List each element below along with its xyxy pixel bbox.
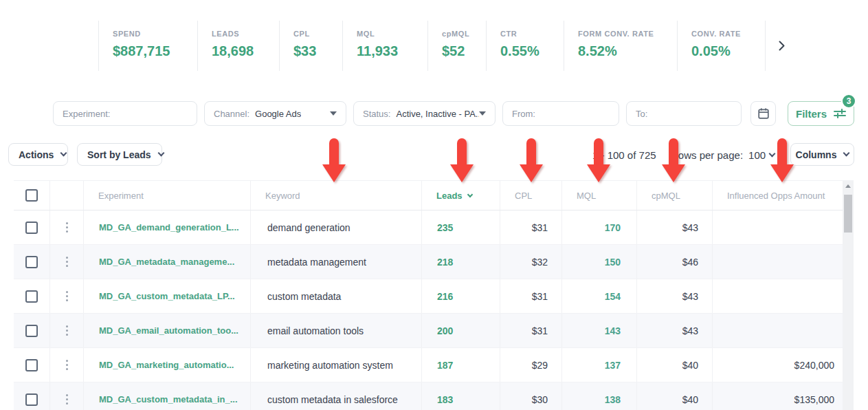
experiment-link[interactable]: MD_GA_custom_metadata_LP... — [83, 279, 250, 313]
experiment-link[interactable]: MD_GA_metadata_manageme... — [83, 245, 250, 279]
channel-filter-select[interactable]: Channel: Google Ads — [204, 101, 346, 126]
red-arrow-annotation-cpl — [519, 137, 544, 184]
leads-cell: 216 — [421, 279, 500, 313]
filters-badge: 3 — [841, 94, 856, 109]
kpi-value: 0.05% — [691, 43, 765, 59]
scrollbar-up-button[interactable] — [843, 180, 854, 191]
experiment-link[interactable]: MD_GA_custom_metadata_in_... — [83, 382, 250, 410]
experiment-link[interactable]: MD_GA_email_automation_too... — [83, 314, 250, 347]
columns-label: Columns — [796, 149, 837, 160]
kpi-label: SPEND — [113, 30, 197, 38]
filters-button[interactable]: Filters 3 — [788, 101, 854, 126]
influenced-opps-cell — [712, 314, 843, 347]
kpi-next-button[interactable] — [765, 21, 797, 71]
leads-cell: 218 — [421, 245, 500, 279]
row-menu-button[interactable] — [63, 357, 71, 373]
experiment-link[interactable]: MD_GA_marketing_automatio... — [83, 348, 250, 382]
date-to-input[interactable]: To: — [626, 101, 742, 126]
row-menu-button[interactable] — [63, 288, 71, 304]
columns-dropdown-button[interactable]: Columns — [790, 143, 854, 166]
tune-sliders-icon — [834, 109, 846, 118]
kpi-label: cpMQL — [442, 30, 486, 38]
table-header-row: Experiment Keyword Leads CPL MQL cpMQL I… — [14, 180, 843, 211]
row-menu-button[interactable] — [63, 391, 71, 407]
scrollbar-thumb[interactable] — [844, 195, 852, 233]
row-checkbox[interactable] — [25, 290, 38, 303]
experiment-filter-input[interactable]: Experiment: — [53, 101, 197, 126]
keyword-cell: custom metadata in salesforce — [250, 382, 421, 410]
rows-per-page-label: Rows per page: — [671, 149, 743, 161]
influenced-opps-cell: $240,000 — [712, 348, 843, 382]
channel-filter-value: Google Ads — [255, 109, 301, 119]
date-picker-button[interactable] — [750, 101, 776, 126]
status-filter-select[interactable]: Status: Active, Inactive - PA... — [353, 101, 496, 126]
mql-cell: 150 — [561, 245, 636, 279]
date-from-input[interactable]: From: — [502, 101, 619, 126]
chevron-right-icon — [779, 41, 785, 51]
table-scrollbar[interactable] — [843, 180, 854, 410]
chevron-down-icon — [60, 150, 67, 157]
rows-per-page-value: 100 — [748, 149, 766, 161]
table-row: MD_GA_demand_generation_L... demand gene… — [14, 211, 843, 245]
row-checkbox[interactable] — [25, 256, 38, 268]
cpmql-cell: $43 — [636, 314, 712, 347]
actions-dropdown-button[interactable]: Actions — [8, 143, 68, 166]
mql-cell: 138 — [561, 382, 636, 410]
actions-label: Actions — [19, 149, 54, 160]
keyword-cell: email automation tools — [250, 314, 421, 347]
kpi-label: CTR — [500, 30, 564, 38]
row-checkbox[interactable] — [25, 359, 38, 371]
kpi-metric-ctr: CTR 0.55% — [486, 21, 564, 71]
keyword-cell: demand generation — [250, 211, 421, 244]
row-checkbox[interactable] — [25, 393, 38, 406]
status-filter-value: Active, Inactive - PA... — [396, 109, 479, 119]
cpl-cell: $31 — [500, 211, 561, 244]
chevron-down-icon — [157, 150, 164, 157]
kpi-label: CONV. RATE — [691, 30, 765, 38]
keyword-cell: metadata management — [250, 245, 421, 279]
cpl-cell: $31 — [500, 279, 561, 313]
row-menu-button[interactable] — [63, 219, 71, 235]
rows-per-page-select[interactable]: 100 — [748, 149, 775, 161]
sort-chevron-down-icon — [467, 191, 472, 197]
filters-button-label: Filters — [796, 108, 827, 120]
row-menu-button[interactable] — [63, 323, 71, 338]
experiment-filter-label: Experiment: — [63, 109, 110, 119]
sort-by-dropdown-button[interactable]: Sort by Leads — [77, 143, 162, 166]
leads-cell: 183 — [421, 382, 500, 410]
red-arrow-annotation-keyword — [322, 137, 346, 184]
keyword-cell: custom metadata — [250, 279, 421, 313]
calendar-icon — [757, 107, 770, 120]
triangle-down-icon — [479, 111, 486, 116]
row-menu-button[interactable] — [63, 254, 71, 270]
kpi-label: LEADS — [212, 30, 279, 38]
influenced-opps-cell — [712, 211, 843, 244]
column-header-cpmql[interactable]: cpMQL — [636, 181, 712, 210]
row-checkbox[interactable] — [25, 325, 38, 337]
row-checkbox[interactable] — [25, 222, 38, 234]
column-header-keyword[interactable]: Keyword — [250, 181, 421, 210]
kpi-value: 18,698 — [212, 43, 279, 59]
column-header-experiment[interactable]: Experiment — [83, 181, 250, 210]
experiment-link[interactable]: MD_GA_demand_generation_L... — [83, 211, 250, 244]
column-header-cpl[interactable]: CPL — [500, 181, 561, 210]
red-arrow-annotation-leads — [449, 137, 474, 184]
kpi-metric-mql: MQL 11,933 — [342, 21, 427, 71]
column-header-influenced-opps-amount[interactable]: Influenced Opps Amount — [712, 181, 843, 210]
column-header-leads[interactable]: Leads — [421, 181, 500, 210]
influenced-opps-cell — [712, 279, 843, 313]
kpi-metric-cpmql: cpMQL $52 — [427, 21, 486, 71]
cpmql-cell: $40 — [636, 382, 712, 410]
kpi-metric-cpl: CPL $33 — [279, 21, 342, 71]
cpl-cell: $30 — [500, 382, 561, 410]
mql-cell: 154 — [561, 279, 636, 313]
kpi-metric-leads: LEADS 18,698 — [197, 21, 279, 71]
mql-cell: 170 — [561, 211, 636, 244]
select-all-checkbox[interactable] — [25, 189, 38, 202]
kpi-value: $887,715 — [113, 43, 197, 59]
date-from-label: From: — [512, 109, 535, 119]
column-header-mql[interactable]: MQL — [561, 181, 636, 210]
kpi-value: $33 — [293, 43, 342, 59]
kpi-label: CPL — [293, 30, 342, 38]
channel-filter-label: Channel: — [214, 109, 249, 119]
